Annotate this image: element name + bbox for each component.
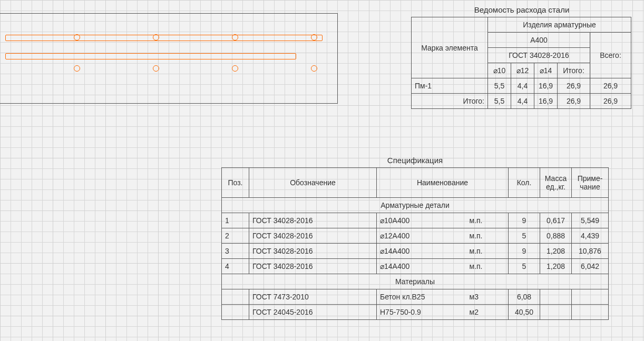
hdr-class: А400 [488,33,590,48]
rebar-ring-icon [153,34,159,41]
spec-row: 2 ГОСТ 34028-2016 ⌀12А400 м.п. 5 0,888 4… [222,228,609,244]
spec-title: Спецификация [221,156,609,165]
steel-table-title: Ведомость расхода стали [411,5,632,14]
col-pos: Поз. [222,168,249,198]
hdr-gost: ГОСТ 34028-2016 [488,48,590,63]
col-d10: ⌀10 [488,63,511,78]
steel-row: Пм-1 5,5 4,4 16,9 26,9 26,9 [412,78,631,94]
rebar-bottom [5,53,296,59]
group-materials: Материалы [222,274,609,289]
rebar-ring-icon [232,65,238,72]
col-mass: Масса ед.,кг. [540,168,572,198]
steel-table: Марка элемента Изделия арматурные А400 В… [411,17,631,109]
col-name: Наименование [377,168,509,198]
rebar-top [5,35,323,41]
rebar-ring-icon [311,65,317,72]
spec-row: 1 ГОСТ 34028-2016 ⌀10А400 м.п. 9 0,617 5… [222,213,609,228]
spec-table: Поз. Обозначение Наименование Кол. Масса… [221,167,609,320]
drawing-frame [0,13,338,104]
spec-row: 4 ГОСТ 34028-2016 ⌀14А400 м.п. 5 1,208 6… [222,259,609,274]
col-des: Обозначение [249,168,377,198]
spec-row: ГОСТ 24045-2016 Н75-750-0.9 м2 40,50 [222,305,609,320]
rebar-ring-icon [153,65,159,72]
col-note: Приме- чание [572,168,609,198]
rebar-ring-icon [74,65,80,72]
hdr-products: Изделия арматурные [488,17,631,33]
col-d14: ⌀14 [534,63,558,78]
rebar-ring-icon [74,34,80,41]
steel-row-total: Итого: 5,5 4,4 16,9 26,9 26,9 [412,94,631,109]
col-d12: ⌀12 [511,63,534,78]
spec-row: 3 ГОСТ 34028-2016 ⌀14А400 м.п. 9 1,208 1… [222,244,609,259]
col-itogo: Итого: [558,63,590,78]
hdr-total: Всего: [590,33,631,78]
group-rebar: Арматурные детали [222,198,609,213]
rebar-ring-icon [232,34,238,41]
col-mark: Марка элемента [412,17,488,78]
col-qty: Кол. [509,168,540,198]
rebar-ring-icon [311,34,317,41]
spec-row: ГОСТ 7473-2010 Бетон кл.В25 м3 6,08 [222,289,609,305]
